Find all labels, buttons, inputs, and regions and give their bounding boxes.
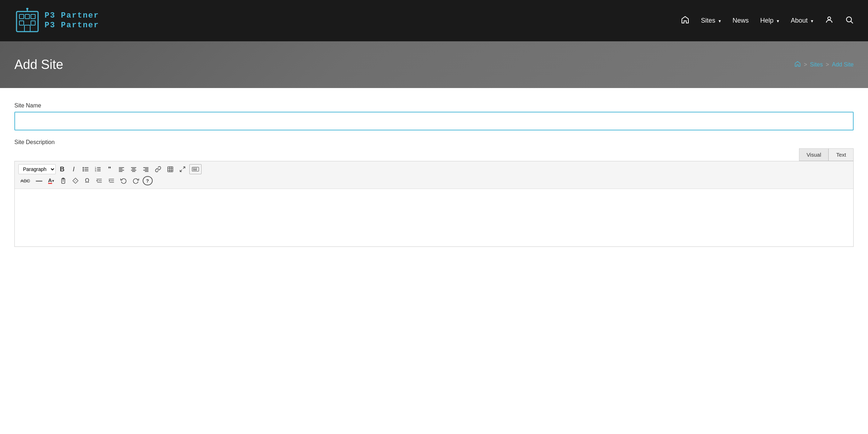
home-icon[interactable] bbox=[681, 15, 689, 26]
brand-text: P3 PartnerP3 Partner bbox=[45, 11, 99, 30]
editor-body[interactable] bbox=[15, 189, 853, 246]
user-icon[interactable] bbox=[825, 15, 834, 26]
text-color-dropdown[interactable]: ▾ bbox=[52, 179, 54, 183]
strikethrough-button[interactable]: ABC bbox=[18, 176, 32, 186]
svg-point-15 bbox=[83, 168, 84, 170]
svg-line-42 bbox=[183, 167, 185, 168]
brand-link[interactable]: P3 PartnerP3 Partner bbox=[14, 8, 99, 34]
bold-button[interactable]: B bbox=[57, 164, 67, 174]
svg-rect-5 bbox=[19, 21, 24, 25]
site-name-input[interactable] bbox=[14, 112, 854, 130]
breadcrumb-sep1: > bbox=[804, 61, 807, 68]
search-icon[interactable] bbox=[845, 15, 854, 26]
align-left-button[interactable] bbox=[116, 164, 127, 174]
tab-visual[interactable]: Visual bbox=[799, 148, 829, 161]
omega-button[interactable]: Ω bbox=[82, 176, 92, 186]
outdent-button[interactable] bbox=[94, 176, 105, 186]
toolbar-row-1: Paragraph B I 1.2.3. " bbox=[18, 163, 850, 175]
align-right-button[interactable] bbox=[140, 164, 151, 174]
logo-icon bbox=[14, 8, 40, 34]
svg-rect-7 bbox=[24, 25, 30, 32]
nav-news[interactable]: News bbox=[733, 17, 749, 24]
page-title: Add Site bbox=[14, 57, 63, 72]
ol-button[interactable]: 1.2.3. bbox=[92, 164, 103, 174]
breadcrumb-sites[interactable]: Sites bbox=[810, 61, 823, 68]
redo-button[interactable] bbox=[130, 176, 141, 186]
nav-right: Sites News Help About bbox=[681, 15, 854, 26]
svg-rect-3 bbox=[25, 14, 29, 19]
ul-button[interactable] bbox=[80, 164, 91, 174]
svg-point-9 bbox=[26, 8, 28, 10]
editor-toolbar: Paragraph B I 1.2.3. " bbox=[15, 161, 853, 189]
site-name-group: Site Name bbox=[14, 102, 854, 130]
hr-button[interactable]: — bbox=[34, 176, 45, 186]
svg-point-17 bbox=[83, 170, 84, 172]
fullscreen-button[interactable] bbox=[177, 164, 188, 174]
svg-rect-47 bbox=[196, 168, 197, 168]
nav-about[interactable]: About bbox=[791, 17, 813, 24]
nav-sites[interactable]: Sites bbox=[701, 17, 721, 24]
tab-text[interactable]: Text bbox=[828, 148, 854, 161]
svg-rect-44 bbox=[192, 167, 199, 171]
svg-rect-6 bbox=[31, 21, 35, 25]
svg-text:3.: 3. bbox=[95, 170, 97, 172]
site-description-group: Site Description Visual Text Paragraph B… bbox=[14, 139, 854, 247]
svg-point-13 bbox=[83, 167, 84, 168]
site-name-label: Site Name bbox=[14, 102, 854, 109]
site-description-label: Site Description bbox=[14, 139, 854, 146]
navbar: P3 PartnerP3 Partner Sites News Help Abo… bbox=[0, 0, 868, 41]
text-color-button[interactable]: A ▾ bbox=[46, 176, 56, 186]
paste-button[interactable] bbox=[58, 176, 69, 186]
svg-rect-46 bbox=[194, 168, 195, 168]
svg-line-12 bbox=[851, 21, 853, 23]
breadcrumb: > Sites > Add Site bbox=[794, 61, 854, 69]
main-content: Site Name Site Description Visual Text P… bbox=[0, 88, 868, 270]
svg-rect-37 bbox=[168, 167, 173, 172]
table-button[interactable] bbox=[165, 164, 176, 174]
breadcrumb-current: Add Site bbox=[832, 61, 854, 68]
editor-tabs: Visual Text bbox=[14, 148, 854, 161]
blockquote-button[interactable]: " bbox=[105, 164, 115, 174]
svg-point-11 bbox=[846, 17, 851, 22]
editor-container: Paragraph B I 1.2.3. " bbox=[14, 161, 854, 247]
align-center-button[interactable] bbox=[128, 164, 139, 174]
help-chevron bbox=[776, 17, 779, 24]
help-button[interactable]: ? bbox=[143, 176, 153, 185]
svg-rect-48 bbox=[193, 170, 197, 170]
italic-button[interactable]: I bbox=[69, 164, 79, 174]
clear-format-button[interactable] bbox=[70, 176, 81, 186]
paragraph-select[interactable]: Paragraph bbox=[18, 164, 56, 174]
keyboard-button[interactable] bbox=[189, 164, 202, 174]
page-header: Add Site > Sites > Add Site bbox=[0, 41, 868, 88]
toolbar-row-2: ABC — A ▾ Ω bbox=[18, 175, 850, 186]
about-chevron bbox=[810, 17, 813, 24]
sites-chevron bbox=[717, 17, 721, 24]
svg-rect-2 bbox=[19, 14, 24, 19]
breadcrumb-sep2: > bbox=[826, 61, 829, 68]
undo-button[interactable] bbox=[118, 176, 129, 186]
svg-rect-45 bbox=[193, 168, 194, 168]
link-button[interactable] bbox=[153, 164, 163, 174]
breadcrumb-home[interactable] bbox=[794, 61, 801, 69]
indent-button[interactable] bbox=[106, 176, 117, 186]
nav-help[interactable]: Help bbox=[760, 17, 779, 24]
svg-line-43 bbox=[180, 170, 182, 172]
svg-point-10 bbox=[828, 17, 831, 20]
svg-rect-4 bbox=[31, 14, 35, 19]
